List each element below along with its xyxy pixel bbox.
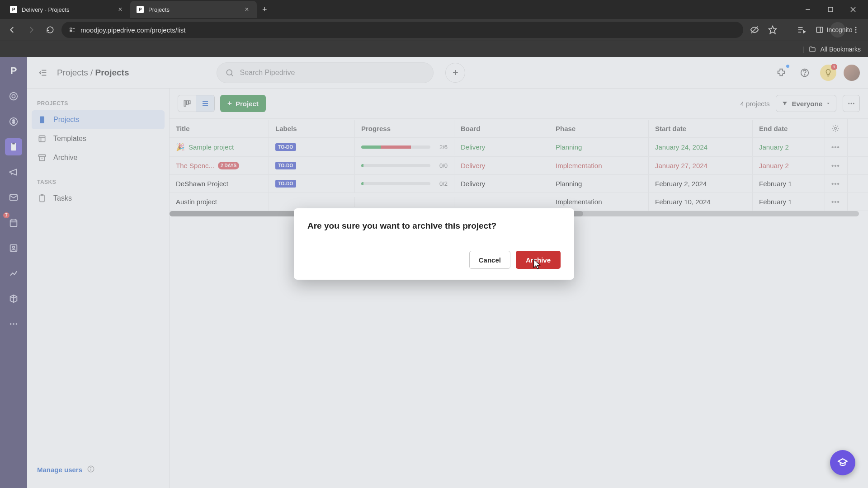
forward-icon[interactable]	[24, 22, 39, 38]
modal-actions: Cancel Archive	[307, 251, 561, 269]
svg-rect-14	[816, 27, 823, 33]
back-icon[interactable]	[5, 22, 20, 38]
modal-backdrop[interactable]: Are you sure you want to archive this pr…	[0, 57, 868, 488]
browser-chrome: P Delivery - Projects × P Projects × + m…	[0, 0, 868, 57]
cancel-button[interactable]: Cancel	[469, 251, 510, 269]
svg-rect-5	[70, 30, 72, 32]
svg-point-20	[855, 32, 857, 33]
panel-icon[interactable]	[812, 22, 827, 38]
star-icon[interactable]	[765, 22, 780, 38]
favicon-icon: P	[10, 6, 17, 13]
close-icon[interactable]: ×	[243, 6, 250, 13]
svg-point-19	[855, 29, 857, 31]
minimize-icon[interactable]	[797, 1, 819, 18]
all-bookmarks-link[interactable]: All Bookmarks	[821, 46, 861, 53]
browser-menu-icon[interactable]	[848, 22, 863, 38]
svg-marker-9	[769, 26, 777, 34]
modal-title: Are you sure you want to archive this pr…	[307, 221, 561, 231]
browser-tab[interactable]: P Projects ×	[130, 1, 257, 18]
site-settings-icon[interactable]	[69, 26, 76, 33]
app: P $ 7 Projects / Projects Search Pipedri…	[0, 57, 868, 488]
tab-bar: P Delivery - Projects × P Projects × +	[0, 0, 868, 19]
svg-rect-4	[70, 28, 72, 29]
playlist-icon[interactable]	[794, 22, 809, 38]
url-actions: Incognito	[747, 22, 863, 38]
folder-icon	[809, 46, 816, 53]
favicon-icon: P	[137, 6, 144, 13]
tab-title: Delivery - Projects	[22, 6, 112, 13]
url-text: moodjoy.pipedrive.com/projects/list	[80, 26, 185, 34]
archive-button[interactable]: Archive	[516, 251, 561, 269]
url-bar: moodjoy.pipedrive.com/projects/list Inco…	[0, 19, 868, 41]
archive-confirm-modal: Are you sure you want to archive this pr…	[294, 208, 574, 280]
close-window-icon[interactable]	[842, 1, 864, 18]
reload-icon[interactable]	[42, 22, 58, 38]
svg-point-18	[855, 27, 857, 28]
tab-title: Projects	[148, 6, 239, 13]
window-controls	[797, 1, 864, 18]
bookmarks-bar: | All Bookmarks	[0, 41, 868, 57]
eye-off-icon[interactable]	[747, 22, 762, 38]
svg-marker-13	[803, 31, 805, 33]
url-input[interactable]: moodjoy.pipedrive.com/projects/list	[61, 22, 743, 38]
close-icon[interactable]: ×	[117, 6, 124, 13]
svg-rect-1	[828, 7, 833, 12]
new-tab-button[interactable]: +	[257, 5, 273, 14]
browser-tab[interactable]: P Delivery - Projects ×	[4, 1, 130, 18]
incognito-badge[interactable]: Incognito	[830, 22, 845, 38]
maximize-icon[interactable]	[819, 1, 842, 18]
